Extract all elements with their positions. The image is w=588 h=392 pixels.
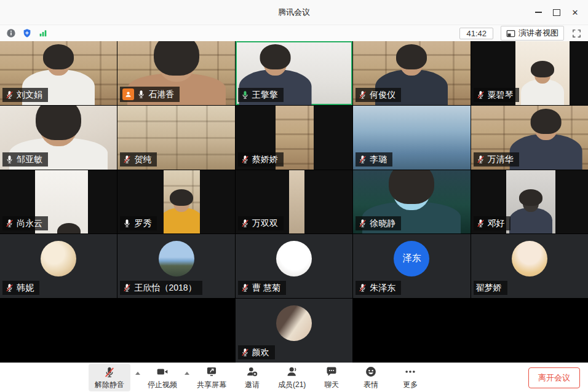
participant-tile[interactable]: 徐晓静 <box>353 170 470 234</box>
share-screen-button[interactable]: 共享屏幕 <box>197 366 226 390</box>
members-label: 成员(21) <box>278 380 306 390</box>
participant-tile-active-speaker[interactable]: 王擎擎 <box>236 41 352 105</box>
network-signal-icon[interactable] <box>38 28 48 38</box>
chat-bubble-icon <box>325 366 339 378</box>
participant-name-label: 王擎擎 <box>238 88 284 102</box>
more-label: 更多 <box>403 380 418 390</box>
emoji-label: 表情 <box>364 380 378 390</box>
participant-grid: 刘文娟 石港香 王擎擎 何俊仪 粟碧琴 <box>0 41 588 363</box>
participant-name: 颜欢 <box>252 347 269 358</box>
avatar-initials: 泽东 <box>402 253 421 264</box>
share-screen-label: 共享屏幕 <box>197 380 226 390</box>
participant-tile[interactable]: 邓好 <box>471 170 588 234</box>
more-button[interactable]: 更多 <box>397 366 424 390</box>
participant-tile[interactable]: 邹亚敏 <box>0 106 117 170</box>
participant-tile[interactable]: 颜欢 <box>236 299 352 363</box>
window-controls: ✕ <box>529 0 584 25</box>
participant-tile[interactable]: 万清华 <box>471 106 588 170</box>
fullscreen-icon <box>571 28 582 39</box>
minimize-button[interactable] <box>529 0 547 25</box>
stop-video-label: 停止视频 <box>148 380 177 390</box>
mic-options-chevron-up-icon[interactable] <box>135 372 140 375</box>
participant-tile[interactable]: 翟梦娇 <box>471 234 588 298</box>
view-mode-label: 演讲者视图 <box>518 28 558 39</box>
leave-meeting-button[interactable]: 离开会议 <box>528 367 580 388</box>
participant-tile[interactable]: 何俊仪 <box>353 41 470 105</box>
mic-muted-icon <box>476 90 485 100</box>
mic-on-icon <box>137 90 146 99</box>
participant-name-label: 蔡娇娇 <box>238 152 284 167</box>
security-shield-icon[interactable] <box>22 28 32 38</box>
mic-muted-icon <box>122 155 132 164</box>
mic-muted-icon <box>240 348 250 357</box>
invite-label: 邀请 <box>245 380 260 390</box>
participant-name-label: 何俊仪 <box>356 88 401 102</box>
participant-name-label: 粟碧琴 <box>474 88 519 102</box>
participant-name: 粟碧琴 <box>488 90 514 100</box>
participant-name-label: 石港香 <box>120 87 180 102</box>
participant-video <box>506 170 555 234</box>
mic-muted-icon <box>122 283 132 292</box>
participant-name: 翟梦娇 <box>476 283 502 293</box>
avatar <box>276 305 312 341</box>
window-title: 腾讯会议 <box>278 7 310 18</box>
fullscreen-button[interactable] <box>571 28 582 39</box>
participant-name-label: 邓好 <box>474 216 511 230</box>
participant-name: 王欣怡（2018） <box>134 283 196 293</box>
meeting-info-icon[interactable] <box>6 28 16 38</box>
camera-icon <box>156 366 170 378</box>
more-dots-icon <box>403 366 418 378</box>
share-screen-icon <box>205 366 219 378</box>
participant-name: 邹亚敏 <box>17 154 42 165</box>
participant-tile[interactable]: 万双双 <box>236 170 352 234</box>
unmute-button[interactable]: 解除静音 <box>89 364 130 391</box>
participant-tile[interactable]: 罗秀 <box>117 170 234 234</box>
participant-name-label: 朱泽东 <box>356 281 401 295</box>
chat-button[interactable]: 聊天 <box>318 366 345 390</box>
participant-tile[interactable]: 曹 慧菊 <box>236 234 352 298</box>
mic-muted-icon <box>476 155 485 164</box>
unmute-label: 解除静音 <box>95 380 124 390</box>
mic-muted-icon <box>103 366 117 378</box>
chat-label: 聊天 <box>324 380 339 390</box>
mic-muted-icon <box>5 219 14 228</box>
participant-name-label: 王欣怡（2018） <box>120 281 202 295</box>
participant-name: 李璐 <box>370 154 387 165</box>
participant-name-label: 罗秀 <box>120 216 157 230</box>
members-button[interactable]: 成员(21) <box>278 366 306 390</box>
person-silhouette <box>506 194 555 233</box>
participant-tile[interactable]: 李璐 <box>353 106 470 170</box>
person-silhouette <box>42 227 88 233</box>
participant-name: 韩妮 <box>17 283 34 293</box>
participant-name-label: 万清华 <box>474 152 519 167</box>
participant-name-label: 尚永云 <box>2 216 48 230</box>
maximize-icon <box>553 9 560 16</box>
close-button[interactable]: ✕ <box>566 0 584 25</box>
participant-name-label: 徐晓静 <box>356 216 401 230</box>
emoji-button[interactable]: 表情 <box>357 366 384 390</box>
participant-tile[interactable]: 泽东 朱泽东 <box>353 234 470 298</box>
participant-tile[interactable]: 粟碧琴 <box>471 41 588 105</box>
invite-button[interactable]: 邀请 <box>239 366 266 390</box>
participant-name: 朱泽东 <box>370 283 395 293</box>
close-icon: ✕ <box>572 9 579 17</box>
participant-tile[interactable]: 蔡娇娇 <box>236 106 352 170</box>
maximize-button[interactable] <box>547 0 566 25</box>
meeting-info-bar: 41:42 演讲者视图 <box>0 25 588 42</box>
meeting-bar-right: 41:42 演讲者视图 <box>459 26 582 41</box>
participant-tile[interactable]: 尚永云 <box>0 170 117 234</box>
participant-tile[interactable]: 韩妮 <box>0 234 117 298</box>
view-mode-button[interactable]: 演讲者视图 <box>501 26 564 41</box>
participant-name: 王擎擎 <box>252 90 278 100</box>
participant-tile[interactable]: 王欣怡（2018） <box>117 234 234 298</box>
mic-speaking-icon <box>240 90 250 100</box>
participant-name: 万清华 <box>488 154 514 165</box>
participant-tile[interactable]: 贺纯 <box>117 106 234 170</box>
video-options-chevron-up-icon[interactable] <box>185 372 189 375</box>
participant-name-label: 韩妮 <box>2 281 39 295</box>
participant-tile[interactable]: 石港香 <box>117 41 234 105</box>
stop-video-button[interactable]: 停止视频 <box>148 366 177 390</box>
mic-muted-icon <box>5 90 14 100</box>
mic-muted-icon <box>240 155 250 164</box>
participant-tile[interactable]: 刘文娟 <box>0 41 117 105</box>
